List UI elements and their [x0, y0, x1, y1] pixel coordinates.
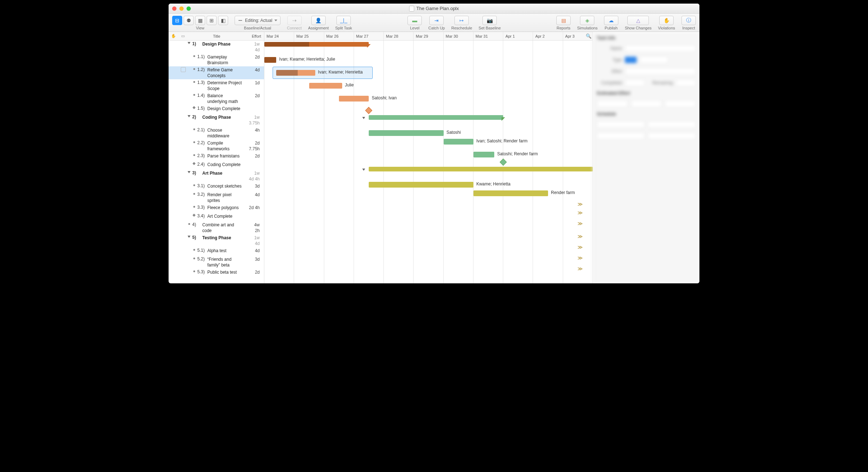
outline-row[interactable]: 5)Testing Phase1w4d: [169, 234, 264, 247]
split-task-button[interactable]: ⎯|⎯: [336, 16, 351, 25]
inspector-type-pill[interactable]: [625, 57, 637, 63]
outline-rows[interactable]: 1)Design Phase1w4d1.1)Gameplay Brainstor…: [169, 41, 264, 283]
inspector-est-max[interactable]: [665, 100, 696, 107]
offscreen-arrow-icon[interactable]: ≫: [577, 255, 583, 261]
inspector-sched-b[interactable]: [648, 121, 696, 128]
outline-row[interactable]: 3.2)Render pixel sprites4d: [169, 191, 264, 204]
outline-row[interactable]: 3.4)Art Complete: [169, 213, 264, 221]
disclosure-triangle-icon[interactable]: [187, 170, 191, 174]
reschedule-button[interactable]: ↦: [454, 16, 469, 25]
outline-row[interactable]: 4)Combine art and code4w2h: [169, 221, 264, 234]
disclosure-triangle-icon[interactable]: [362, 117, 365, 119]
gantt-body[interactable]: Ivan; Kwame; Henrietta; JulieIvan; Kwame…: [264, 41, 593, 283]
disclosure-triangle-icon[interactable]: [187, 235, 191, 239]
outline-row[interactable]: 1)Design Phase1w4d: [169, 41, 264, 53]
inspector-type-aux[interactable]: [640, 56, 668, 63]
level-button[interactable]: ▬: [407, 16, 422, 25]
offscreen-arrow-icon[interactable]: ≫: [577, 221, 583, 226]
violations-button[interactable]: ✋: [659, 16, 674, 25]
outline-row[interactable]: 2.4)Coding Complete: [169, 161, 264, 170]
close-icon[interactable]: [172, 6, 176, 11]
outline-row[interactable]: 2.3)Parse framistans2d: [169, 152, 264, 161]
date-column-header[interactable]: Mar 29: [414, 32, 443, 40]
simulations-button[interactable]: ◈: [580, 16, 594, 25]
show-changes-button[interactable]: △: [627, 16, 649, 25]
task-bar[interactable]: [444, 139, 473, 145]
outline-row[interactable]: 3)Art Phase1w4d 4h: [169, 170, 264, 183]
outline-row[interactable]: 1.1)Gameplay Brainstorm2d: [169, 53, 264, 66]
titlebar[interactable]: The Game Plan.oplx: [169, 4, 699, 14]
date-column-header[interactable]: Mar 30: [444, 32, 473, 40]
task-bar[interactable]: [276, 70, 315, 76]
date-column-header[interactable]: Mar 26: [324, 32, 354, 40]
offscreen-arrow-icon[interactable]: ≫: [577, 201, 583, 207]
inspector-est-exp[interactable]: [631, 100, 662, 107]
set-baseline-button[interactable]: 📷: [482, 16, 497, 25]
milestone-diamond[interactable]: [500, 159, 507, 166]
reports-button[interactable]: ▤: [556, 16, 571, 25]
offscreen-arrow-icon[interactable]: ≫: [577, 233, 583, 239]
assignment-button[interactable]: 👤: [311, 16, 326, 25]
outline-row[interactable]: 1.2)Refine Game Concepts4d: [169, 66, 264, 79]
outline-title-header[interactable]: Title: [187, 34, 246, 38]
notes-column-icon[interactable]: ▭: [179, 34, 187, 38]
group-bar[interactable]: [264, 42, 369, 47]
outline-row[interactable]: 3.3)Fleece polygons2d 4h: [169, 204, 264, 213]
drag-handle-icon[interactable]: ✋: [169, 34, 179, 38]
outline-row[interactable]: 5.3)Public beta test2d: [169, 269, 264, 277]
publish-button[interactable]: ☁: [604, 16, 618, 25]
task-bar[interactable]: [309, 83, 342, 89]
gantt-view-button[interactable]: ⊟: [172, 16, 182, 25]
note-icon[interactable]: [181, 67, 186, 72]
inspector-sched-c[interactable]: [597, 132, 645, 140]
disclosure-triangle-icon[interactable]: [187, 114, 191, 118]
inspector-sched-d[interactable]: [648, 132, 696, 140]
task-bar[interactable]: [264, 57, 276, 63]
inspector-remaining-field[interactable]: [676, 79, 696, 86]
network-view-button[interactable]: ⊞: [207, 16, 217, 25]
outline-effort-header[interactable]: Effort: [246, 34, 264, 38]
outline-row[interactable]: 1.4)Balance underlying math2d: [169, 92, 264, 105]
offscreen-arrow-icon[interactable]: ≫: [577, 244, 583, 250]
connect-button[interactable]: ⇢: [287, 16, 302, 25]
inspector-panel[interactable]: Task Info Name Type Effort CompletedRema…: [593, 32, 699, 283]
date-column-header[interactable]: Mar 24: [264, 32, 294, 40]
outline-row[interactable]: 5.1)Alpha test4d: [169, 247, 264, 256]
task-bar[interactable]: [473, 190, 548, 196]
baseline-dropdown[interactable]: Editing: Actual: [235, 16, 280, 25]
minimize-icon[interactable]: [179, 6, 184, 11]
inspector-est-min[interactable]: [597, 100, 628, 107]
zoom-icon[interactable]: [187, 6, 191, 11]
catch-up-button[interactable]: ⇥: [429, 16, 444, 25]
disclosure-triangle-icon[interactable]: [362, 169, 365, 171]
date-column-header[interactable]: Apr 1: [503, 32, 533, 40]
date-column-header[interactable]: Mar 25: [294, 32, 324, 40]
outline-row[interactable]: 2.2)Compile frameworks2d7.75h: [169, 140, 264, 152]
group-bar[interactable]: [369, 115, 503, 120]
gantt-header[interactable]: Mar 24Mar 25Mar 26Mar 27Mar 28Mar 29Mar …: [264, 32, 593, 41]
resource-view-button[interactable]: ⚉: [184, 16, 194, 25]
outline-row[interactable]: 5.2)“Friends and family” beta3d: [169, 256, 264, 269]
inspector-sched-a[interactable]: [597, 121, 645, 128]
disclosure-triangle-icon[interactable]: [187, 41, 191, 45]
date-column-header[interactable]: Mar 31: [473, 32, 503, 40]
offscreen-arrow-icon[interactable]: ≫: [577, 210, 583, 216]
style-view-button[interactable]: ◧: [218, 16, 228, 25]
outline-row[interactable]: 2)Coding Phase1w3.75h: [169, 114, 264, 127]
outline-row[interactable]: 1.3)Determine Project Scope1d: [169, 79, 264, 92]
date-column-header[interactable]: Mar 28: [384, 32, 414, 40]
inspector-completed-field[interactable]: [625, 79, 645, 86]
inspector-name-field[interactable]: [625, 45, 696, 52]
date-column-header[interactable]: Mar 27: [354, 32, 384, 40]
group-bar[interactable]: [369, 167, 593, 171]
zoom-icon[interactable]: 🔍: [586, 33, 591, 39]
task-bar[interactable]: [339, 96, 369, 102]
inspect-button[interactable]: ⓘ: [681, 16, 696, 25]
milestone-diamond[interactable]: [365, 107, 373, 114]
offscreen-arrow-icon[interactable]: ≫: [577, 266, 583, 272]
calendar-view-button[interactable]: ▦: [195, 16, 205, 25]
outline-row[interactable]: 3.1)Concept sketches3d: [169, 183, 264, 191]
inspector-effort-field[interactable]: [625, 68, 696, 75]
outline-row[interactable]: 2.1)Choose middleware4h: [169, 127, 264, 140]
date-column-header[interactable]: Apr 2: [533, 32, 563, 40]
